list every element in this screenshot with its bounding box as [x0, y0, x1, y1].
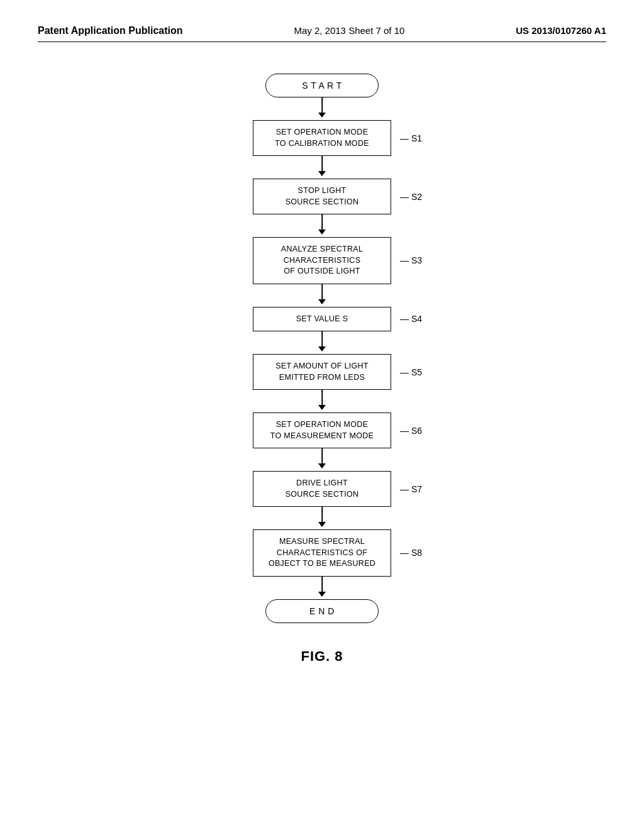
connector-3-4 [243, 284, 401, 307]
s6-box: SET OPERATION MODETO MEASUREMENT MODE [253, 412, 391, 448]
s8-box: MEASURE SPECTRALCHARACTERISTICS OFOBJECT… [253, 529, 391, 577]
step-s1: SET OPERATION MODETO CALIBRATION MODE — … [253, 120, 391, 156]
header: Patent Application Publication May 2, 20… [38, 25, 606, 42]
step-s8: MEASURE SPECTRALCHARACTERISTICS OFOBJECT… [253, 529, 391, 577]
step-s4: SET VALUE S — S4 [253, 307, 391, 332]
figure-label: FIG. 8 [38, 648, 606, 665]
step-s3: ANALYZE SPECTRALCHARACTERISTICSOF OUTSID… [253, 237, 391, 284]
connector-0-1 [243, 97, 401, 120]
s2-label: — S2 [400, 192, 422, 202]
s4-box: SET VALUE S [253, 307, 391, 332]
end-box: E N D [265, 599, 379, 623]
s1-label: — S1 [400, 133, 422, 143]
start-box: S T A R T [265, 74, 379, 97]
page: Patent Application Publication May 2, 20… [0, 0, 644, 830]
s3-box: ANALYZE SPECTRALCHARACTERISTICSOF OUTSID… [253, 237, 391, 284]
flowchart: S T A R T SET OPERATION MODETO CALIBRATI… [38, 74, 606, 623]
header-publication: Patent Application Publication [38, 25, 183, 36]
step-start: S T A R T [265, 74, 379, 97]
connector-6-7 [243, 448, 401, 471]
connector-8-end [243, 577, 401, 599]
step-end: E N D [265, 599, 379, 623]
s5-label: — S5 [400, 367, 422, 377]
s7-box: DRIVE LIGHTSOURCE SECTION [253, 471, 391, 507]
s8-label: — S8 [400, 548, 422, 558]
connector-2-3 [243, 214, 401, 237]
s6-label: — S6 [400, 426, 422, 436]
s3-label: — S3 [400, 255, 422, 265]
step-s6: SET OPERATION MODETO MEASUREMENT MODE — … [253, 412, 391, 448]
connector-4-5 [243, 331, 401, 354]
step-s7: DRIVE LIGHTSOURCE SECTION — S7 [253, 471, 391, 507]
s1-box: SET OPERATION MODETO CALIBRATION MODE [253, 120, 391, 156]
s2-box: STOP LIGHTSOURCE SECTION [253, 179, 391, 214]
connector-1-2 [243, 156, 401, 179]
s4-label: — S4 [400, 314, 422, 324]
s5-box: SET AMOUNT OF LIGHTEMITTED FROM LEDS [253, 354, 391, 390]
step-s5: SET AMOUNT OF LIGHTEMITTED FROM LEDS — S… [253, 354, 391, 390]
s7-label: — S7 [400, 484, 422, 494]
header-date-sheet: May 2, 2013 Sheet 7 of 10 [294, 25, 404, 36]
connector-5-6 [243, 390, 401, 412]
connector-7-8 [243, 507, 401, 529]
header-patent-number: US 2013/0107260 A1 [516, 25, 606, 36]
step-s2: STOP LIGHTSOURCE SECTION — S2 [253, 179, 391, 214]
